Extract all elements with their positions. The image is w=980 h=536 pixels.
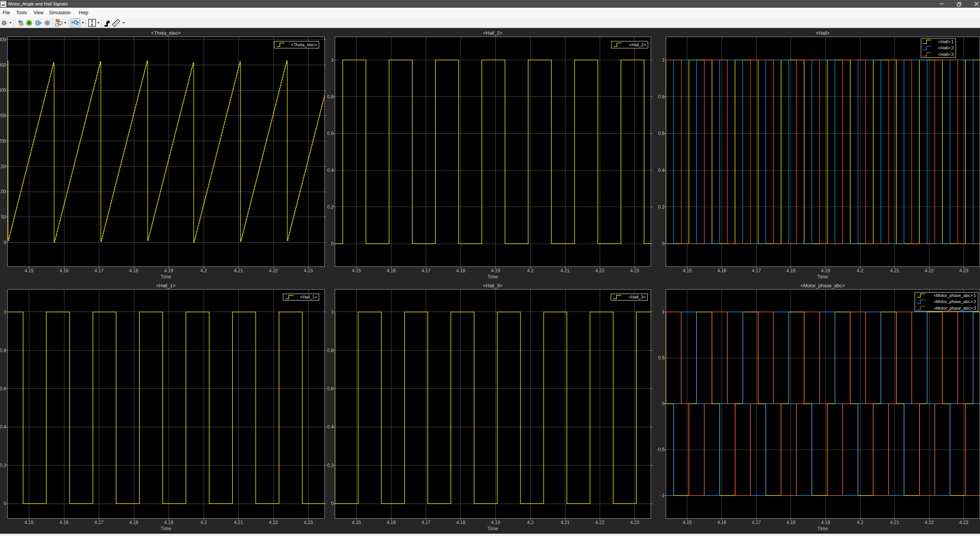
svg-text:4.15: 4.15 [683,520,692,525]
svg-text:4.18: 4.18 [786,520,796,525]
svg-text:<Hall>:1: <Hall>:1 [938,39,954,44]
svg-text:4.18: 4.18 [129,520,138,525]
svg-text:4.2: 4.2 [201,520,207,525]
svg-text:<Motor_phase_abc>:3: <Motor_phase_abc>:3 [934,306,976,310]
svg-text:Time: Time [817,526,828,531]
svg-text:300: 300 [0,88,6,93]
svg-text:-0.5: -0.5 [656,447,665,452]
svg-text:4.18: 4.18 [456,520,466,525]
svg-text:4.17: 4.17 [752,268,761,273]
svg-text:4.16: 4.16 [387,268,396,273]
svg-text:0: 0 [331,241,334,246]
svg-text:4.21: 4.21 [890,520,899,525]
svg-text:4.23: 4.23 [630,268,639,273]
svg-text:400: 400 [0,37,6,42]
svg-text:100: 100 [0,189,6,194]
svg-text:0.2: 0.2 [0,463,6,468]
svg-text:4.15: 4.15 [683,268,692,273]
svg-text:1: 1 [662,57,665,63]
svg-text:<Hall_3>: <Hall_3> [483,283,502,288]
svg-text:4.18: 4.18 [456,268,466,273]
svg-text:4.17: 4.17 [94,520,104,525]
svg-text:0.8: 0.8 [0,348,6,353]
svg-text:-1: -1 [660,493,665,498]
svg-text:4.23: 4.23 [630,520,639,525]
svg-text:200: 200 [0,138,6,144]
svg-text:0.2: 0.2 [658,204,665,210]
svg-text:4.19: 4.19 [164,268,174,273]
svg-text:4.19: 4.19 [491,268,500,273]
svg-text:4.2: 4.2 [527,520,534,525]
svg-text:250: 250 [0,113,6,118]
svg-text:0.6: 0.6 [327,386,334,391]
svg-text:Time: Time [487,526,498,531]
svg-text:4.15: 4.15 [352,268,361,273]
svg-text:<Theta_elec>: <Theta_elec> [151,30,180,36]
svg-text:4.16: 4.16 [59,268,69,273]
svg-text:<Motor_phase_abc>: <Motor_phase_abc> [801,283,845,288]
svg-text:1: 1 [662,309,665,315]
svg-text:1: 1 [331,57,334,63]
svg-text:4.21: 4.21 [561,520,570,525]
svg-text:4.23: 4.23 [304,268,313,273]
svg-text:4.22: 4.22 [925,268,934,273]
svg-text:4.22: 4.22 [269,520,278,525]
svg-text:4.17: 4.17 [422,268,431,273]
svg-text:Time: Time [487,274,498,280]
svg-text:0.4: 0.4 [327,424,334,430]
svg-text:0.4: 0.4 [327,168,334,173]
svg-text:4.17: 4.17 [94,268,104,273]
svg-text:4.18: 4.18 [786,268,796,273]
svg-text:4.16: 4.16 [387,520,396,525]
svg-text:4.17: 4.17 [422,520,431,525]
svg-text:0.2: 0.2 [327,204,334,210]
svg-text:0.8: 0.8 [327,94,334,99]
svg-text:4.15: 4.15 [25,520,34,525]
svg-text:0.4: 0.4 [0,424,6,430]
svg-text:4.23: 4.23 [959,268,968,273]
svg-text:4.19: 4.19 [491,520,500,525]
svg-text:4.21: 4.21 [890,268,899,273]
svg-text:0: 0 [331,501,334,506]
svg-text:4.19: 4.19 [821,520,830,525]
svg-text:<Hall_3>: <Hall_3> [629,295,646,299]
svg-text:4.15: 4.15 [352,520,361,525]
svg-text:0.8: 0.8 [327,348,334,353]
svg-text:150: 150 [0,164,6,169]
svg-text:4.17: 4.17 [752,520,761,525]
svg-text:4.22: 4.22 [595,268,605,273]
svg-text:<Hall>: <Hall> [816,30,830,36]
svg-text:4.21: 4.21 [561,268,570,273]
svg-text:<Hall>:3: <Hall>:3 [938,52,954,57]
svg-text:0: 0 [3,501,6,506]
svg-text:0: 0 [662,401,665,406]
svg-text:0.6: 0.6 [0,386,6,391]
svg-text:1: 1 [3,309,6,315]
svg-text:4.16: 4.16 [717,520,727,525]
svg-text:<Motor_phase_abc>:2: <Motor_phase_abc>:2 [934,299,976,304]
svg-text:4.2: 4.2 [527,268,534,273]
svg-text:0.6: 0.6 [658,131,665,136]
svg-text:4.15: 4.15 [25,268,34,273]
svg-text:4.23: 4.23 [959,520,968,525]
svg-text:<Hall>:2: <Hall>:2 [938,46,954,50]
svg-text:Time: Time [160,526,171,531]
svg-text:4.2: 4.2 [201,268,207,273]
svg-text:Time: Time [160,274,171,280]
svg-text:50: 50 [1,214,7,220]
svg-text:4.22: 4.22 [269,268,278,273]
svg-text:4.2: 4.2 [857,520,864,525]
svg-text:0.2: 0.2 [327,463,334,468]
svg-text:<Hall_2>: <Hall_2> [629,42,646,47]
svg-text:4.19: 4.19 [164,520,174,525]
svg-text:Time: Time [817,274,828,280]
svg-text:0.5: 0.5 [658,355,665,361]
svg-text:<Hall_2>: <Hall_2> [483,30,502,36]
svg-text:4.22: 4.22 [925,520,934,525]
svg-text:4.21: 4.21 [234,520,243,525]
svg-text:4.21: 4.21 [234,268,243,273]
svg-text:4.19: 4.19 [821,268,830,273]
svg-text:<Motor_phase_abc>:1: <Motor_phase_abc>:1 [934,293,976,298]
svg-text:4.16: 4.16 [717,268,727,273]
svg-text:4.22: 4.22 [595,520,605,525]
